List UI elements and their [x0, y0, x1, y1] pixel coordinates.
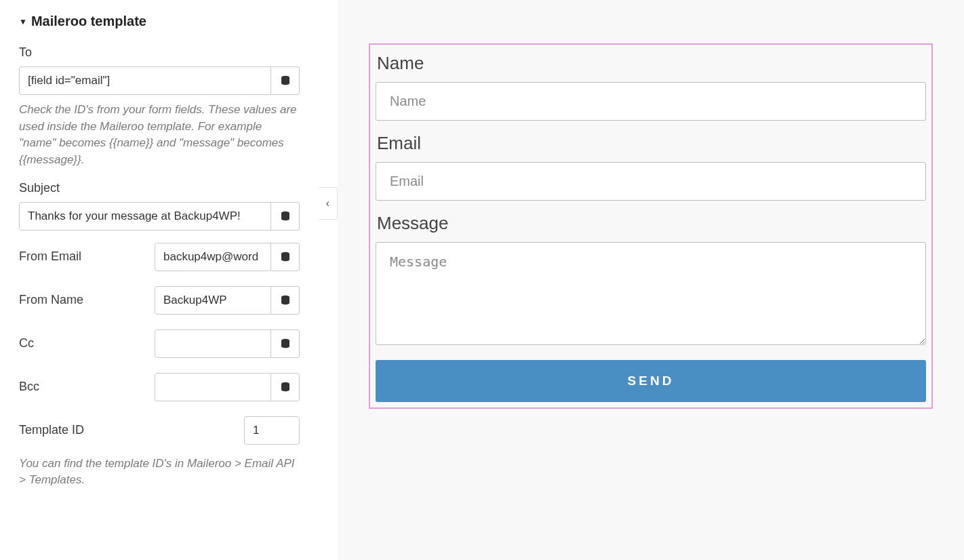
contact-form-card[interactable]: Name Email Message SEND	[369, 43, 933, 409]
from-name-label: From Name	[19, 293, 83, 307]
template-id-input[interactable]	[244, 416, 300, 445]
from-email-field-picker-button[interactable]	[271, 243, 300, 271]
field-cc: Cc	[19, 329, 300, 358]
cc-label: Cc	[19, 336, 34, 351]
database-icon	[280, 211, 291, 222]
collapse-sidebar-button[interactable]: ‹	[319, 187, 338, 220]
preview-email-input[interactable]	[376, 162, 926, 201]
subject-input[interactable]	[19, 202, 271, 231]
panel-title: Maileroo template	[31, 14, 146, 29]
database-icon	[280, 75, 291, 86]
preview-message-textarea[interactable]	[376, 242, 926, 345]
preview-message-label: Message	[377, 213, 926, 234]
form-preview-area: Name Email Message SEND	[338, 0, 964, 560]
to-input[interactable]	[19, 66, 271, 95]
bcc-field-picker-button[interactable]	[271, 373, 300, 401]
template-id-help-text: You can find the template ID's in Mailer…	[19, 456, 300, 489]
cc-field-picker-button[interactable]	[271, 329, 300, 358]
bcc-input[interactable]	[155, 373, 271, 401]
send-button[interactable]: SEND	[376, 360, 926, 402]
preview-name-input[interactable]	[376, 82, 926, 121]
preview-name-label: Name	[377, 53, 926, 74]
database-icon	[280, 338, 291, 349]
field-to: To Check the ID's from your form fields.…	[19, 45, 300, 169]
from-email-label: From Email	[19, 249, 81, 264]
chevron-left-icon: ‹	[326, 197, 329, 209]
field-bcc: Bcc	[19, 373, 300, 401]
subject-field-picker-button[interactable]	[271, 202, 300, 231]
database-icon	[280, 295, 291, 306]
settings-sidebar: ▼ Maileroo template To Check the ID's fr…	[0, 0, 319, 560]
field-subject: Subject	[19, 181, 300, 231]
subject-label: Subject	[19, 181, 300, 195]
field-from-email: From Email	[19, 243, 300, 271]
bcc-label: Bcc	[19, 380, 39, 394]
preview-email-label: Email	[377, 133, 926, 154]
to-label: To	[19, 45, 300, 60]
from-name-input[interactable]	[155, 286, 271, 315]
caret-down-icon: ▼	[19, 17, 27, 26]
from-email-input[interactable]	[155, 243, 271, 271]
template-id-label: Template ID	[19, 423, 84, 437]
cc-input[interactable]	[155, 329, 271, 358]
panel-toggle-maileroo[interactable]: ▼ Maileroo template	[19, 14, 300, 29]
to-field-picker-button[interactable]	[271, 66, 300, 95]
from-name-field-picker-button[interactable]	[271, 286, 300, 315]
field-template-id: Template ID	[19, 416, 300, 445]
field-from-name: From Name	[19, 286, 300, 315]
database-icon	[280, 382, 291, 393]
to-help-text: Check the ID's from your form fields. Th…	[19, 102, 300, 169]
database-icon	[280, 252, 291, 262]
